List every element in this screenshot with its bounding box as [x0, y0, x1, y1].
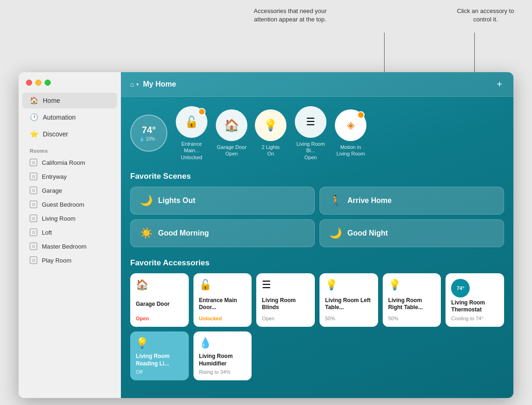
scenes-grid: 🌙 Lights Out 🚶 Arrive Home ☀️ Good Morni… — [130, 187, 504, 247]
down-arrow-icon: ↓ — [156, 136, 159, 142]
sidebar-room-loft[interactable]: ⊡ Loft — [22, 226, 117, 239]
sidebar-item-home-label: Home — [43, 97, 60, 104]
sidebar-room-garage[interactable]: ⊡ Garage — [22, 184, 117, 197]
reading-light-name: Living Room Reading Li... — [136, 353, 183, 367]
room-icon: ⊡ — [30, 215, 37, 222]
blinds-acc-status: Open — [262, 316, 309, 321]
accessory-blinds[interactable]: ☰ Living Room Blinds Open — [256, 273, 315, 327]
humidity-value: 10% — [146, 136, 155, 142]
callout-left: Accessories that need your attention app… — [253, 7, 327, 24]
content-area: 74° 💧 10% ↓ 🔓 Entrance Main...Unlocked — [121, 97, 513, 398]
right-lamp-icon: 💡 — [388, 279, 436, 291]
scene-good-night-label: Good Night — [347, 229, 388, 237]
room-label: California Room — [42, 159, 85, 166]
status-bar: 74° 💧 10% ↓ 🔓 Entrance Main...Unlocked — [130, 106, 504, 161]
temp-value: 74° — [142, 125, 156, 135]
sidebar-item-automation[interactable]: 🕐 Automation — [22, 109, 117, 125]
sidebar-item-discover-label: Discover — [43, 130, 68, 138]
page-title: My Home — [143, 80, 495, 88]
empty-slot-1 — [256, 331, 315, 380]
close-button[interactable] — [26, 80, 32, 86]
status-motion[interactable]: ◈ Motion inLiving Room — [335, 109, 366, 157]
sidebar-room-california[interactable]: ⊡ California Room — [22, 156, 117, 169]
blinds-icon-circle: ☰ — [295, 106, 326, 138]
room-icon: ⊡ — [30, 201, 37, 208]
room-icon: ⊡ — [30, 256, 37, 264]
sidebar-room-master-bedroom[interactable]: ⊡ Master Bedroom — [22, 240, 117, 253]
add-accessory-button[interactable]: + — [495, 78, 504, 91]
scene-arrive-home-label: Arrive Home — [347, 196, 392, 205]
left-lamp-status: 50% — [325, 316, 372, 321]
accessory-right-table-lamp[interactable]: 💡 Living Room Right Table... 50% — [383, 273, 441, 327]
accessory-humidifier[interactable]: 💧 Living Room Humidifier Rising to 34% — [193, 331, 252, 380]
garage-door-icon: 🏠 — [224, 118, 239, 133]
scenes-section-title: Favorite Scenes — [130, 172, 504, 181]
status-lights[interactable]: 💡 2 LightsOn — [255, 109, 286, 157]
sidebar-room-entryway[interactable]: ⊡ Entryway — [22, 170, 117, 183]
thermostat-temp-circle: 74° — [451, 279, 470, 297]
scene-lights-out-label: Lights Out — [158, 196, 195, 205]
status-entrance[interactable]: 🔓 Entrance Main...Unlocked — [175, 106, 208, 161]
scene-good-morning-label: Good Morning — [158, 229, 209, 237]
temperature-badge[interactable]: 74° 💧 10% ↓ — [130, 115, 167, 152]
left-lamp-icon: 💡 — [325, 279, 372, 291]
sidebar-room-play-room[interactable]: ⊡ Play Room — [22, 254, 117, 267]
accessory-entrance-door[interactable]: 🔓 Entrance Main Door... Unlocked — [193, 273, 252, 327]
entrance-door-name: Entrance Main Door... — [199, 297, 246, 311]
entrance-door-status: Unlocked — [199, 316, 246, 321]
lights-icon-circle: 💡 — [255, 109, 286, 141]
room-icon: ⊡ — [30, 173, 37, 180]
status-garage[interactable]: 🏠 Garage DoorOpen — [216, 109, 247, 157]
accessory-reading-light[interactable]: 💡 Living Room Reading Li... Off — [130, 331, 189, 380]
callout-right: Click an accessory to control it. — [448, 7, 523, 24]
callout-area: Accessories that need your attention app… — [0, 0, 532, 72]
sidebar-item-home[interactable]: 🏠 Home — [22, 93, 117, 108]
sidebar-room-guest-bedroom[interactable]: ⊡ Guest Bedroom — [22, 198, 117, 211]
scene-lights-out[interactable]: 🌙 Lights Out — [130, 187, 315, 215]
lock-icon: 🔓 — [185, 115, 199, 128]
thermostat-name: Living Room Thermostat — [451, 299, 499, 314]
room-label: Play Room — [42, 257, 72, 264]
garage-door-acc-icon: 🏠 — [136, 279, 183, 291]
accessory-thermostat[interactable]: 74° Living Room Thermostat Cooling to 74… — [446, 273, 504, 327]
accessories-row1: 🏠 Garage Door Open 🔓 Entrance Main Door.… — [130, 273, 504, 327]
empty-slot-3 — [383, 331, 441, 380]
drop-icon: 💧 — [139, 136, 145, 142]
reading-light-status: Off — [136, 369, 183, 375]
right-lamp-status: 50% — [388, 316, 436, 321]
main-window: 🏠 Home 🕐 Automation ⭐ Discover Rooms ⊡ C… — [19, 72, 513, 398]
lights-out-icon: 🌙 — [140, 195, 153, 207]
home-nav-button[interactable]: ⌂ ▾ — [130, 81, 139, 88]
empty-slot-2 — [319, 331, 378, 380]
entrance-label: Entrance Main...Unlocked — [175, 141, 208, 161]
minimize-button[interactable] — [35, 80, 41, 86]
traffic-lights — [19, 80, 121, 92]
right-lamp-name: Living Room Right Table... — [388, 297, 436, 311]
scene-good-night[interactable]: 🌙 Good Night — [319, 219, 504, 247]
motion-icon: ◈ — [347, 119, 355, 131]
status-blinds[interactable]: ☰ Living Room Bl...Open — [294, 106, 327, 161]
accessory-left-table-lamp[interactable]: 💡 Living Room Left Table... 50% — [319, 273, 378, 327]
room-icon: ⊡ — [30, 159, 37, 166]
empty-slot-4 — [446, 331, 504, 380]
blinds-label: Living Room Bl...Open — [294, 141, 327, 161]
humidifier-status: Rising to 34% — [199, 369, 246, 375]
left-lamp-name: Living Room Left Table... — [325, 297, 372, 311]
good-night-icon: 🌙 — [329, 227, 342, 239]
room-label: Master Bedroom — [42, 243, 86, 250]
rooms-section-label: Rooms — [19, 142, 121, 155]
entrance-door-acc-icon: 🔓 — [199, 279, 246, 291]
sidebar-item-discover[interactable]: ⭐ Discover — [22, 126, 117, 142]
room-label: Entryway — [42, 173, 66, 180]
main-header: ⌂ ▾ My Home + — [121, 72, 513, 97]
scene-good-morning[interactable]: ☀️ Good Morning — [130, 219, 315, 247]
scene-arrive-home[interactable]: 🚶 Arrive Home — [319, 187, 504, 215]
garage-icon-circle: 🏠 — [216, 109, 247, 141]
accessory-garage-door[interactable]: 🏠 Garage Door Open — [130, 273, 189, 327]
sidebar-room-living-room[interactable]: ⊡ Living Room — [22, 212, 117, 225]
room-label: Garage — [42, 187, 62, 194]
home-nav-icon: ⌂ — [130, 81, 134, 88]
garage-door-status: Open — [136, 316, 183, 321]
maximize-button[interactable] — [45, 80, 51, 86]
entrance-icon-circle: 🔓 — [176, 106, 207, 138]
